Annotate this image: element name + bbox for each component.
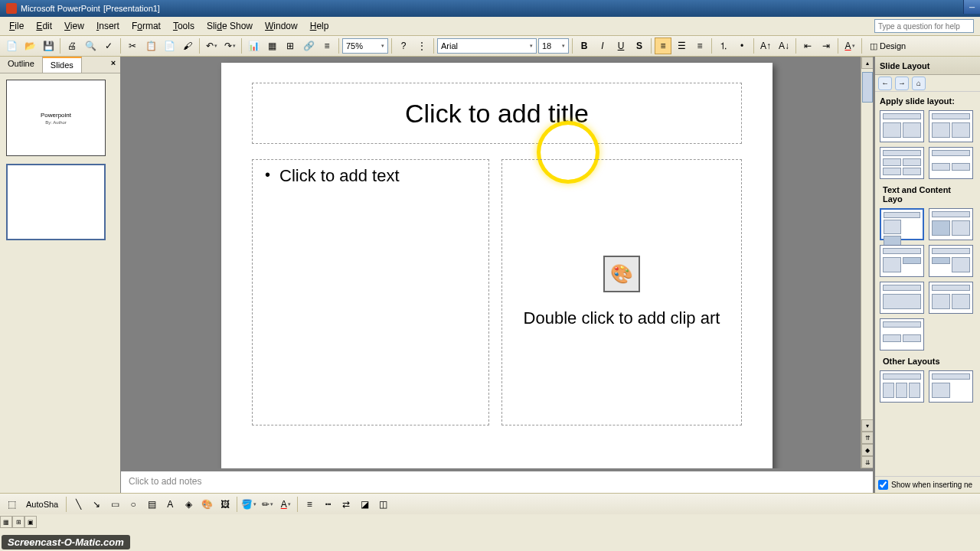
help-search-input[interactable] <box>874 19 974 33</box>
bullets-button[interactable]: • <box>733 37 750 54</box>
undo-button[interactable]: ↶▾ <box>203 37 220 54</box>
3d-style-button[interactable]: ◫ <box>374 496 391 513</box>
clipart-placeholder[interactable]: 🎨 Double click to add clip art <box>501 159 742 425</box>
format-painter-button[interactable]: 🖌 <box>179 37 196 54</box>
text-placeholder[interactable]: • Click to add text <box>252 159 489 425</box>
hyperlink-button[interactable]: 🔗 <box>300 37 317 54</box>
underline-button[interactable]: U <box>612 37 629 54</box>
clipart-button[interactable]: 🎨 <box>198 496 215 513</box>
scroll-thumb[interactable] <box>862 72 873 103</box>
tables-borders-button[interactable]: ⊞ <box>282 37 299 54</box>
close-pane-button[interactable]: × <box>106 57 120 73</box>
design-button[interactable]: ◫ Design <box>865 40 910 53</box>
slide-canvas[interactable]: Click to add title • Click to add text 🎨… <box>221 63 773 468</box>
line-button[interactable]: ╲ <box>70 496 87 513</box>
slide-nav-button[interactable]: ◆ <box>861 444 873 456</box>
bold-button[interactable]: B <box>576 37 593 54</box>
fill-color-button[interactable]: 🪣▾ <box>240 496 257 513</box>
rectangle-button[interactable]: ▭ <box>106 496 123 513</box>
show-when-inserting-checkbox[interactable] <box>878 480 888 490</box>
minimize-button[interactable]: ─ <box>963 0 980 14</box>
diagram-button[interactable]: ◈ <box>180 496 197 513</box>
autoshapes-button[interactable]: AutoSha <box>21 498 63 510</box>
redo-button[interactable]: ↷▾ <box>221 37 238 54</box>
menu-help[interactable]: Help <box>304 19 335 33</box>
draw-menu-button[interactable]: ⬚ <box>3 496 20 513</box>
font-color-button-2[interactable]: A▾ <box>277 496 294 513</box>
menu-format[interactable]: Format <box>126 19 167 33</box>
menu-insert[interactable]: Insert <box>90 19 126 33</box>
save-button[interactable]: 💾 <box>40 37 57 54</box>
layout-option-11[interactable] <box>880 318 924 350</box>
help-button[interactable]: ? <box>395 37 412 54</box>
slide-thumbnail-2[interactable] <box>6 164 106 240</box>
layout-option-1[interactable] <box>880 110 924 142</box>
italic-button[interactable]: I <box>594 37 611 54</box>
align-left-button[interactable]: ≡ <box>655 37 671 54</box>
font-size-dropdown[interactable]: 18 ▾ <box>538 38 569 54</box>
shadow-style-button[interactable]: ◪ <box>356 496 373 513</box>
chart-button[interactable]: 📊 <box>245 37 262 54</box>
new-button[interactable]: 📄 <box>3 37 20 54</box>
shadow-button[interactable]: S <box>631 37 648 54</box>
line-style-button[interactable]: ≡ <box>301 496 318 513</box>
next-slide-button[interactable]: ⇊ <box>861 456 873 468</box>
align-center-button[interactable]: ☰ <box>673 37 690 54</box>
layout-option-2[interactable] <box>929 110 973 142</box>
slideshow-view-button[interactable]: ▣ <box>24 516 37 528</box>
open-button[interactable]: 📂 <box>21 37 38 54</box>
title-placeholder[interactable]: Click to add title <box>252 83 742 144</box>
copy-button[interactable]: 📋 <box>142 37 159 54</box>
layout-option-12[interactable] <box>880 370 924 403</box>
align-right-button[interactable]: ≡ <box>691 37 708 54</box>
increase-font-button[interactable]: A↑ <box>757 37 774 54</box>
layout-option-7[interactable] <box>880 245 924 277</box>
menu-slideshow[interactable]: Slide Show <box>201 19 259 33</box>
numbering-button[interactable]: ⒈ <box>715 37 732 54</box>
toolbar-options-button[interactable]: ⋮ <box>413 37 430 54</box>
menu-window[interactable]: Window <box>259 19 304 33</box>
decrease-indent-button[interactable]: ⇤ <box>799 37 816 54</box>
menu-view[interactable]: View <box>58 19 90 33</box>
font-color-button[interactable]: A▾ <box>841 37 858 54</box>
scroll-up-button[interactable]: ▴ <box>861 57 873 69</box>
prev-slide-button[interactable]: ⇈ <box>861 432 873 444</box>
expand-button[interactable]: ≡ <box>318 37 335 54</box>
font-dropdown[interactable]: Arial ▾ <box>437 38 537 54</box>
picture-button[interactable]: 🖼 <box>217 496 234 513</box>
wordart-button[interactable]: A <box>162 496 178 513</box>
print-preview-button[interactable]: 🔍 <box>82 37 99 54</box>
forward-button[interactable]: → <box>895 77 909 90</box>
notes-area[interactable]: Click to add notes <box>121 468 873 493</box>
decrease-font-button[interactable]: A↓ <box>776 37 792 54</box>
textbox-button[interactable]: ▤ <box>143 496 160 513</box>
layout-option-4[interactable] <box>929 147 973 179</box>
spell-button[interactable]: ✓ <box>100 37 117 54</box>
layout-option-10[interactable] <box>929 282 973 314</box>
table-button[interactable]: ▦ <box>263 37 280 54</box>
scroll-down-button[interactable]: ▾ <box>861 419 873 432</box>
menu-file[interactable]: File <box>3 19 30 33</box>
editor-scrollbar[interactable]: ▴ ▾ ⇈ ◆ ⇊ <box>861 57 873 468</box>
menu-edit[interactable]: Edit <box>30 19 58 33</box>
tab-outline[interactable]: Outline <box>0 57 43 73</box>
print-button[interactable]: 🖨 <box>64 37 80 54</box>
layout-option-8[interactable] <box>929 245 973 277</box>
sorter-view-button[interactable]: ⊞ <box>12 516 24 528</box>
tab-slides[interactable]: Slides <box>43 57 82 73</box>
arrow-style-button[interactable]: ⇄ <box>338 496 354 513</box>
layout-option-9[interactable] <box>880 282 924 314</box>
slide-thumbnail-1[interactable]: Powerpoint By: Author <box>6 80 106 156</box>
dash-style-button[interactable]: ┅ <box>319 496 336 513</box>
layout-option-5[interactable] <box>880 208 924 240</box>
layout-option-6[interactable] <box>929 208 973 240</box>
back-button[interactable]: ← <box>878 77 892 90</box>
line-color-button[interactable]: ✏▾ <box>259 496 276 513</box>
increase-indent-button[interactable]: ⇥ <box>818 37 835 54</box>
cut-button[interactable]: ✂ <box>124 37 141 54</box>
paste-button[interactable]: 📄 <box>161 37 178 54</box>
oval-button[interactable]: ○ <box>125 496 142 513</box>
layouts-scroller[interactable]: Text and Content Layo Other Layouts <box>875 109 980 476</box>
arrow-button[interactable]: ↘ <box>88 496 105 513</box>
layout-option-3[interactable] <box>880 147 924 179</box>
